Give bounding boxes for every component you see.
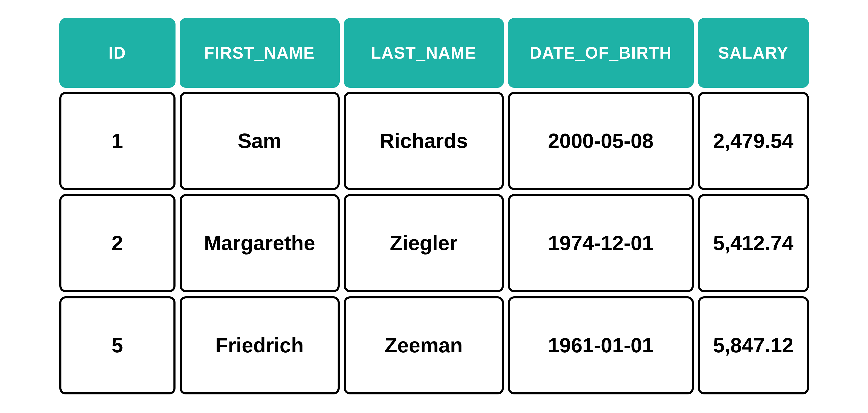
- cell-salary: 5,847.12: [698, 296, 809, 394]
- data-table: ID FIRST_NAME LAST_NAME DATE_OF_BIRTH SA…: [0, 0, 868, 413]
- cell-id: 2: [59, 194, 176, 292]
- cell-first-name: Sam: [180, 92, 340, 190]
- column-header-last-name: LAST_NAME: [344, 18, 504, 88]
- cell-last-name: Richards: [344, 92, 504, 190]
- cell-salary: 2,479.54: [698, 92, 809, 190]
- cell-id: 5: [59, 296, 176, 394]
- cell-salary: 5,412.74: [698, 194, 809, 292]
- column-header-salary: SALARY: [698, 18, 809, 88]
- cell-first-name: Margarethe: [180, 194, 340, 292]
- cell-date-of-birth: 1961-01-01: [508, 296, 694, 394]
- cell-last-name: Zeeman: [344, 296, 504, 394]
- cell-date-of-birth: 2000-05-08: [508, 92, 694, 190]
- column-header-first-name: FIRST_NAME: [180, 18, 340, 88]
- cell-id: 1: [59, 92, 176, 190]
- cell-last-name: Ziegler: [344, 194, 504, 292]
- column-header-date-of-birth: DATE_OF_BIRTH: [508, 18, 694, 88]
- cell-first-name: Friedrich: [180, 296, 340, 394]
- column-header-id: ID: [59, 18, 176, 88]
- table-grid: ID FIRST_NAME LAST_NAME DATE_OF_BIRTH SA…: [67, 18, 801, 387]
- cell-date-of-birth: 1974-12-01: [508, 194, 694, 292]
